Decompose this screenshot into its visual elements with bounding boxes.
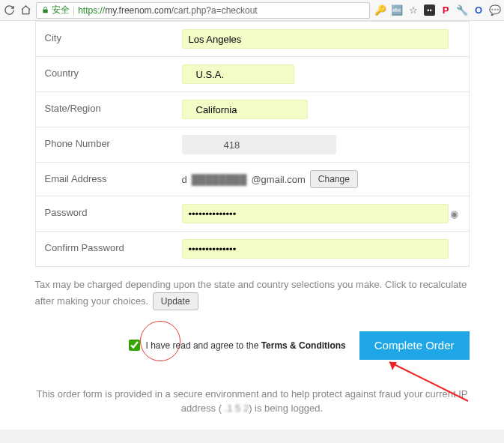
url-path: /cart.php?a=checkout — [171, 5, 258, 16]
tax-note: Tax may be charged depending upon the st… — [35, 277, 470, 310]
secure-badge: 安全 — [41, 4, 70, 16]
translate-icon[interactable]: 🔤 — [391, 4, 403, 16]
terms-label: I have read and agree to the Terms & Con… — [146, 340, 346, 351]
label-phone: Phone Number — [36, 127, 182, 162]
reload-icon[interactable] — [3, 4, 15, 16]
row-state: State/Region — [36, 91, 469, 127]
ext1-icon[interactable]: •• — [424, 4, 435, 16]
row-password: Password ◉ — [36, 196, 469, 231]
browser-toolbar: 安全 | https://my.freenom.com/cart.php?a=c… — [0, 0, 504, 21]
agree-row: I have read and agree to the Terms & Con… — [35, 331, 470, 360]
label-state: State/Region — [36, 92, 182, 127]
terms-checkbox-wrap[interactable]: I have read and agree to the Terms & Con… — [129, 340, 346, 351]
key-icon[interactable]: 🔑 — [374, 4, 386, 16]
star-icon[interactable]: ☆ — [407, 4, 419, 16]
row-confirm: Confirm Password — [36, 231, 469, 266]
label-city: City — [36, 22, 182, 56]
svg-marker-2 — [389, 362, 397, 370]
pinterest-icon[interactable]: P — [440, 4, 452, 16]
checkout-form: City Country State/Region Phone Number E… — [35, 21, 470, 267]
url-scheme: https:// — [78, 5, 105, 16]
secure-note: This order form is provided in a secure … — [35, 387, 470, 416]
row-email: Email Address d████████@gmail.com Change — [36, 162, 469, 196]
email-display: d████████@gmail.com — [182, 174, 306, 185]
row-country: Country — [36, 56, 469, 91]
toolbar-icons: 🔑 🔤 ☆ •• P 🔧 O 💬 — [374, 4, 501, 16]
complete-order-button[interactable]: Complete Order — [359, 331, 470, 360]
label-country: Country — [36, 57, 182, 91]
label-email: Email Address — [36, 163, 182, 196]
ext2-icon[interactable]: 🔧 — [456, 4, 468, 16]
change-email-button[interactable]: Change — [310, 170, 358, 188]
page-body: City Country State/Region Phone Number E… — [0, 21, 504, 416]
wechat-icon[interactable]: 💬 — [489, 4, 501, 16]
row-city: City — [36, 21, 469, 56]
secure-label: 安全 — [52, 4, 70, 16]
phone-input[interactable] — [182, 135, 336, 154]
svg-rect-0 — [43, 10, 47, 13]
row-phone: Phone Number — [36, 127, 469, 162]
country-input[interactable] — [182, 64, 294, 84]
password-key-icon[interactable]: ◉ — [450, 208, 458, 220]
city-input[interactable] — [182, 29, 449, 49]
confirm-password-input[interactable] — [182, 239, 449, 259]
state-input[interactable] — [182, 100, 309, 119]
address-bar[interactable]: 安全 | https://my.freenom.com/cart.php?a=c… — [36, 2, 370, 19]
update-button[interactable]: Update — [153, 292, 198, 310]
password-input[interactable] — [182, 204, 449, 223]
terms-checkbox[interactable] — [129, 340, 140, 351]
url-host: my.freenom.com — [105, 5, 171, 16]
home-icon[interactable] — [19, 4, 31, 16]
label-confirm: Confirm Password — [36, 232, 182, 266]
footer: Services My Subscriptions Partners Resel… — [0, 430, 504, 444]
opera-icon[interactable]: O — [473, 4, 485, 16]
label-password: Password — [36, 196, 182, 231]
